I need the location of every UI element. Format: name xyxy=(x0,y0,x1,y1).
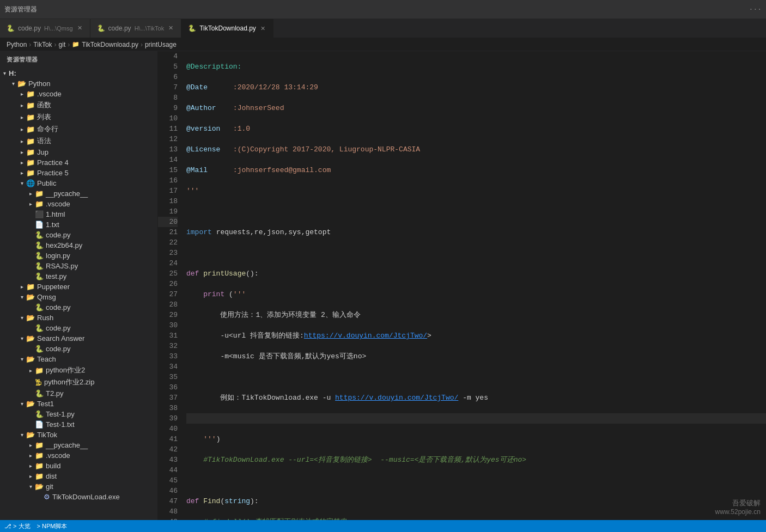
sidebar-item-pythonhw2[interactable]: ▸ 📁 python作业2 xyxy=(0,364,157,376)
breadcrumb-tiktok[interactable]: TikTok xyxy=(33,41,52,48)
sidebar-item-test1txt[interactable]: 📄 Test-1.txt xyxy=(0,419,157,430)
sidebar-item-codepy-rush[interactable]: 🐍 code.py xyxy=(0,323,157,333)
main-layout: 资源管理器 ▾ H: ▾ 📂 Python ▸ 📁 .vscode ▸ 📁 xyxy=(0,51,766,532)
breadcrumb-git[interactable]: git xyxy=(59,41,66,48)
sidebar-item-git[interactable]: ▾ 📂 git xyxy=(0,481,157,492)
sidebar-item-rsajspy[interactable]: 🐍 RSAJS.py xyxy=(0,261,157,271)
breadcrumb-bar: Python › TikTok › git › 📁 TikTokDownload… xyxy=(0,38,766,51)
bottom-bar: ⎇ > 大览 > NPM脚本 xyxy=(0,520,766,532)
sidebar-item-tiktokexe[interactable]: ⚙ TikTokDownLoad.exe xyxy=(0,492,157,502)
sidebar-item-codepy-qmsg[interactable]: 🐍 code.py xyxy=(0,302,157,313)
sidebar-item-build[interactable]: ▸ 📁 build xyxy=(0,461,157,471)
tab-bar: 🐍 code.py H\...\Qmsg ✕ 🐍 code.py H\...\T… xyxy=(0,19,766,38)
sidebar-item-1txt[interactable]: 📄 1.txt xyxy=(0,219,157,230)
sidebar-item-codepy[interactable]: 🐍 code.py xyxy=(0,230,157,240)
sidebar-item-codepy-searchanswer[interactable]: 🐍 code.py xyxy=(0,344,157,354)
tab-close-2[interactable]: ✕ xyxy=(167,24,174,32)
sidebar-item-puppeteer[interactable]: ▸ 📁 Puppeteer xyxy=(0,282,157,292)
tab-py-icon-2: 🐍 xyxy=(97,25,105,32)
sidebar-item-hex2b64[interactable]: 🐍 hex2b64.py xyxy=(0,240,157,250)
sidebar-item-rush[interactable]: ▾ 📂 Rush xyxy=(0,313,157,323)
editor[interactable]: 456789 1011121314 1516171819 20 21222324… xyxy=(158,51,766,532)
sidebar-item-practice5[interactable]: ▸ 📁 Practice 5 xyxy=(0,168,157,178)
sidebar[interactable]: 资源管理器 ▾ H: ▾ 📂 Python ▸ 📁 .vscode ▸ 📁 xyxy=(0,51,158,532)
sidebar-item-public[interactable]: ▾ 🌐 Public xyxy=(0,178,157,188)
title-bar-text: 资源管理器 xyxy=(4,5,37,14)
title-bar-dots[interactable]: ··· xyxy=(749,5,762,14)
sidebar-item-tiktok[interactable]: ▾ 📂 TikTok xyxy=(0,430,157,440)
sidebar-item-vscode2[interactable]: ▸ 📁 .vscode xyxy=(0,199,157,209)
sidebar-item-dist[interactable]: ▸ 📁 dist xyxy=(0,471,157,481)
sidebar-item-pycache3[interactable]: ▸ 📁 __pycache__ xyxy=(0,440,157,450)
sidebar-item-test1py[interactable]: 🐍 Test-1.py xyxy=(0,409,157,419)
breadcrumb-function[interactable]: printUsage xyxy=(145,41,177,48)
sidebar-item-searchanswer[interactable]: ▾ 📂 Search Answer xyxy=(0,333,157,344)
code-area[interactable]: 456789 1011121314 1516171819 20 21222324… xyxy=(158,51,766,532)
sidebar-item-syntax[interactable]: ▸ 📁 语法 xyxy=(0,135,157,147)
sidebar-item-test1[interactable]: ▾ 📂 Test1 xyxy=(0,399,157,409)
sidebar-item-functions[interactable]: ▸ 📁 函数 xyxy=(0,99,157,111)
sidebar-item-practice4[interactable]: ▸ 📁 Practice 4 xyxy=(0,157,157,168)
code-content[interactable]: @Description: @Date :2020/12/28 13:14:29… xyxy=(182,51,766,532)
sidebar-item-pythonhw2zip[interactable]: 🗜 python作业2.zip xyxy=(0,376,157,388)
sidebar-header: 资源管理器 xyxy=(0,51,157,68)
tab-tiktokdownload[interactable]: 🐍 TikTokDownload.py ✕ xyxy=(181,19,273,38)
bottom-npm[interactable]: > NPM脚本 xyxy=(37,522,68,530)
line-numbers: 456789 1011121314 1516171819 20 21222324… xyxy=(158,51,182,532)
title-bar: 资源管理器 ··· xyxy=(0,0,766,19)
tab-code-tiktok[interactable]: 🐍 code.py H\...\TikTok ✕ xyxy=(90,19,182,38)
breadcrumb-python[interactable]: Python xyxy=(7,41,27,48)
tab-close-3[interactable]: ✕ xyxy=(259,25,266,33)
tab-code-qmsg[interactable]: 🐍 code.py H\...\Qmsg ✕ xyxy=(0,19,90,38)
sidebar-item-pycache[interactable]: ▸ 📁 __pycache__ xyxy=(0,188,157,199)
sidebar-item-teach[interactable]: ▾ 📂 Teach xyxy=(0,354,157,364)
breadcrumb-folder-icon: 📁 xyxy=(72,41,80,48)
breadcrumb-file[interactable]: TikTokDownload.py xyxy=(82,41,138,48)
bottom-branch[interactable]: ⎇ > 大览 xyxy=(4,522,31,530)
sidebar-item-loginpy[interactable]: 🐍 login.py xyxy=(0,250,157,261)
sidebar-drive[interactable]: ▾ H: xyxy=(0,68,157,78)
tab-close-1[interactable]: ✕ xyxy=(76,24,83,32)
sidebar-item-t2py[interactable]: 🐍 T2.py xyxy=(0,388,157,399)
sidebar-item-python[interactable]: ▾ 📂 Python xyxy=(0,78,157,89)
sidebar-item-cmdline[interactable]: ▸ 📁 命令行 xyxy=(0,123,157,135)
sidebar-item-jup[interactable]: ▸ 📁 Jup xyxy=(0,147,157,157)
sidebar-item-testpy[interactable]: 🐍 test.py xyxy=(0,271,157,282)
sidebar-item-vscode3[interactable]: ▸ 📁 .vscode xyxy=(0,450,157,461)
tab-py-icon: 🐍 xyxy=(7,25,15,32)
sidebar-item-qmsg[interactable]: ▾ 📂 Qmsg xyxy=(0,292,157,302)
tab-py-icon-active: 🐍 xyxy=(188,25,196,32)
sidebar-item-vscode[interactable]: ▸ 📁 .vscode xyxy=(0,89,157,99)
sidebar-item-list[interactable]: ▸ 📁 列表 xyxy=(0,111,157,123)
sidebar-item-1html[interactable]: ⬛ 1.html xyxy=(0,209,157,219)
